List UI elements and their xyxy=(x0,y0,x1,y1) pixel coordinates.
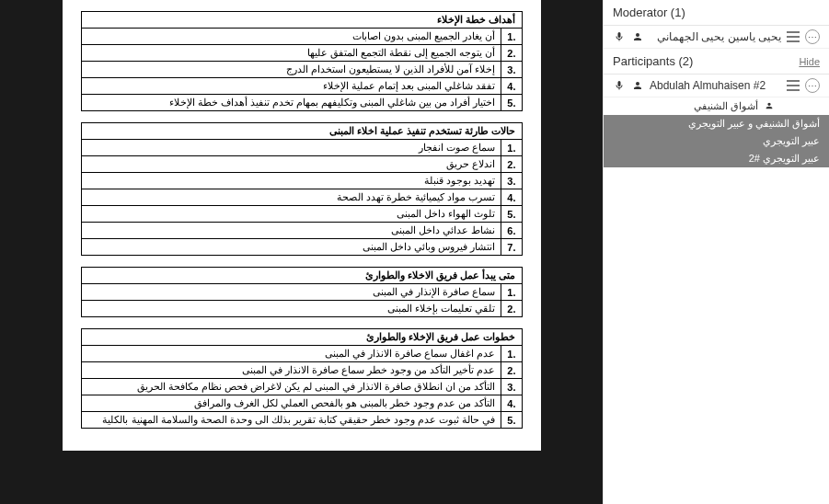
hide-link[interactable]: Hide xyxy=(799,56,820,67)
table-row: .1عدم اغفال سماع صافرة الانذار في المبنى xyxy=(81,346,522,362)
row-number: .4 xyxy=(501,189,522,206)
row-text: أن يغادر الجميع المبنى بدون اصابات xyxy=(81,29,501,45)
row-text: أن يتوجه الجميع إلى نقطة التجمع المتفق ع… xyxy=(81,45,501,62)
row-number: .1 xyxy=(501,29,522,45)
moderator-section-header: Moderator (1) xyxy=(604,0,829,26)
row-text: تفقد شاغلي المبنى بعد إتمام عملية الإخلا… xyxy=(81,78,501,95)
row-text: التأكد من عدم وجود خطر بالمبنى هو بالفحص… xyxy=(81,395,501,412)
row-text: إخلاء آمن للأفراد الذين لا يستطيعون استخ… xyxy=(81,62,501,78)
table-row: .2عدم تأخير التأكد من وجود خطر سماع صافر… xyxy=(81,362,522,379)
table-row: .6نشاط عدائي داخل المبنى xyxy=(81,223,522,239)
row-text: اختيار أفراد من بين شاغلي المبنى وتكليفه… xyxy=(81,95,501,111)
row-text: اندلاع حريق xyxy=(81,156,501,173)
row-text: التأكد من ان انطلاق صافرة الانذار في الم… xyxy=(81,379,501,395)
sub-participant-selected[interactable]: عبير التويجري #2 xyxy=(604,150,829,167)
row-number: .6 xyxy=(501,223,522,239)
sub-participant[interactable]: أشواق الشنيفي xyxy=(604,97,829,115)
row-number: .5 xyxy=(501,412,522,429)
row-number: .1 xyxy=(501,140,522,156)
doc-table: متى يبدأ عمل فريق الاخلاء والطوارئ.1سماع… xyxy=(81,267,523,317)
row-number: .3 xyxy=(501,379,522,395)
more-button[interactable]: ⋯ xyxy=(805,29,820,44)
participant-row[interactable]: Abdulah Almuhaisen #2 ⋯ xyxy=(604,74,829,97)
row-text: تلقي تعليمات بإخلاء المبنى xyxy=(81,301,501,317)
table-row: .4تسرب مواد كيميائية خطرة تهدد الصحة xyxy=(81,189,522,206)
sub-name: عبير التويجري xyxy=(763,135,820,146)
row-text: عدم تأخير التأكد من وجود خطر سماع صافرة … xyxy=(81,362,501,379)
row-number: .1 xyxy=(501,284,522,301)
content-icon[interactable] xyxy=(787,80,800,91)
table-row: .2أن يتوجه الجميع إلى نقطة التجمع المتفق… xyxy=(81,45,522,62)
table-row: .5اختيار أفراد من بين شاغلي المبنى وتكلي… xyxy=(81,95,522,111)
table-row: .1سماع صوت انفجار xyxy=(81,140,522,156)
sub-name: عبير التويجري #2 xyxy=(749,153,820,164)
row-number: .5 xyxy=(501,95,522,111)
participants-title: Participants (2) xyxy=(613,54,693,68)
table-row: .5تلوث الهواء داخل المبنى xyxy=(81,206,522,223)
table-title: أهداف خطة الإخلاء xyxy=(81,12,522,29)
document-page: أهداف خطة الإخلاء.1أن يغادر الجميع المبن… xyxy=(63,0,541,451)
more-button[interactable]: ⋯ xyxy=(805,78,820,93)
doc-table: خطوات عمل فريق الإخلاء والطوارئ.1عدم اغف… xyxy=(81,328,523,429)
participants-panel: Moderator (1) يحيى ياسين يحيى الجهماني ⋯… xyxy=(603,0,829,504)
row-number: .4 xyxy=(501,78,522,95)
row-text: نشاط عدائي داخل المبنى xyxy=(81,223,501,239)
content-icon[interactable] xyxy=(787,31,800,42)
table-title: خطوات عمل فريق الإخلاء والطوارئ xyxy=(81,329,522,346)
table-row: .2اندلاع حريق xyxy=(81,156,522,173)
row-number: .2 xyxy=(501,156,522,173)
document-viewer: أهداف خطة الإخلاء.1أن يغادر الجميع المبن… xyxy=(0,0,603,504)
row-text: انتشار فيروس وبائي داخل المبنى xyxy=(81,239,501,256)
doc-table: أهداف خطة الإخلاء.1أن يغادر الجميع المبن… xyxy=(81,11,523,111)
row-text: تسرب مواد كيميائية خطرة تهدد الصحة xyxy=(81,189,501,206)
row-text: تهديد بوجود قنبلة xyxy=(81,173,501,189)
table-row: .3إخلاء آمن للأفراد الذين لا يستطيعون اس… xyxy=(81,62,522,78)
table-row: .2تلقي تعليمات بإخلاء المبنى xyxy=(81,301,522,317)
row-text: تلوث الهواء داخل المبنى xyxy=(81,206,501,223)
user-icon xyxy=(765,101,774,112)
moderator-title: Moderator (1) xyxy=(613,6,685,19)
row-number: .2 xyxy=(501,362,522,379)
table-title: متى يبدأ عمل فريق الاخلاء والطوارئ xyxy=(81,268,522,284)
moderator-name: يحيى ياسين يحيى الجهماني xyxy=(650,30,781,43)
row-number: .7 xyxy=(501,239,522,256)
sub-participant-selected[interactable]: أشواق الشنيفي و عبير التويجري xyxy=(604,115,829,132)
table-row: .4تفقد شاغلي المبنى بعد إتمام عملية الإخ… xyxy=(81,78,522,95)
table-row: .1سماع صافرة الإنذار في المبنى xyxy=(81,284,522,301)
mic-icon xyxy=(613,30,626,43)
row-text: سماع صافرة الإنذار في المبنى xyxy=(81,284,501,301)
user-icon xyxy=(631,79,644,92)
row-text: عدم اغفال سماع صافرة الانذار في المبنى xyxy=(81,346,501,362)
row-text: سماع صوت انفجار xyxy=(81,140,501,156)
sub-participant-selected[interactable]: عبير التويجري xyxy=(604,132,829,150)
user-icon xyxy=(631,30,644,43)
doc-table: حالات طارئة تستخدم تنفيذ عملية اخلاء الم… xyxy=(81,122,523,256)
table-row: .3التأكد من ان انطلاق صافرة الانذار في ا… xyxy=(81,379,522,395)
sub-name: أشواق الشنيفي xyxy=(694,100,758,111)
table-title: حالات طارئة تستخدم تنفيذ عملية اخلاء الم… xyxy=(81,123,522,140)
participant-name: Abdulah Almuhaisen #2 xyxy=(650,79,781,92)
table-row: .7انتشار فيروس وبائي داخل المبنى xyxy=(81,239,522,256)
mic-icon xyxy=(613,79,626,92)
row-text: في حالة ثبوت عدم وجود خطر حقيقي كتابة تق… xyxy=(81,412,501,429)
participants-section-header: Participants (2) Hide xyxy=(604,49,829,74)
sub-name: أشواق الشنيفي و عبير التويجري xyxy=(688,118,820,129)
row-number: .3 xyxy=(501,173,522,189)
row-number: .5 xyxy=(501,206,522,223)
table-row: .1أن يغادر الجميع المبنى بدون اصابات xyxy=(81,29,522,45)
row-number: .3 xyxy=(501,62,522,78)
moderator-row[interactable]: يحيى ياسين يحيى الجهماني ⋯ xyxy=(604,26,829,49)
row-number: .2 xyxy=(501,45,522,62)
row-number: .2 xyxy=(501,301,522,317)
table-row: .5في حالة ثبوت عدم وجود خطر حقيقي كتابة … xyxy=(81,412,522,429)
table-row: .3تهديد بوجود قنبلة xyxy=(81,173,522,189)
table-row: .4التأكد من عدم وجود خطر بالمبنى هو بالف… xyxy=(81,395,522,412)
row-number: .1 xyxy=(501,346,522,362)
row-number: .4 xyxy=(501,395,522,412)
